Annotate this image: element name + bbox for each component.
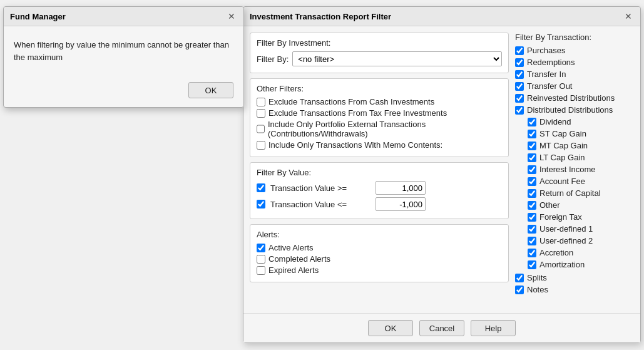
ok-button[interactable]: OK <box>368 320 413 336</box>
main-dialog-title: Investment Transaction Report Filter <box>250 12 391 21</box>
other-filter-row-3: Include Only Transactions With Memo Cont… <box>257 140 502 150</box>
tx-redemptions-row: Redemptions <box>515 58 634 67</box>
notes-label[interactable]: Notes <box>527 285 548 294</box>
mt-cap-gain-checkbox[interactable] <box>528 142 536 150</box>
value-lte-checkbox[interactable] <box>257 200 265 208</box>
transfer-out-checkbox[interactable] <box>515 82 524 91</box>
lt-cap-gain-checkbox[interactable] <box>528 153 536 162</box>
user-defined-1-label[interactable]: User-defined 1 <box>539 224 593 234</box>
active-alerts-label[interactable]: Active Alerts <box>268 243 314 252</box>
expired-alerts-checkbox[interactable] <box>257 266 265 275</box>
accretion-checkbox[interactable] <box>528 249 536 257</box>
exclude-cash-label[interactable]: Exclude Transactions From Cash Investmen… <box>268 97 434 106</box>
tx-dividend-row: Dividend <box>515 117 634 126</box>
transfer-in-checkbox[interactable] <box>515 70 524 79</box>
other-label[interactable]: Other <box>539 200 560 210</box>
tx-interest-income-row: Interest Income <box>515 165 634 174</box>
filter-by-select[interactable]: <no filter> <box>292 51 502 66</box>
interest-income-label[interactable]: Interest Income <box>539 165 596 174</box>
user-defined-1-checkbox[interactable] <box>528 225 536 234</box>
include-memo-label[interactable]: Include Only Transactions With Memo Cont… <box>268 140 442 150</box>
completed-alerts-label[interactable]: Completed Alerts <box>268 254 330 264</box>
tx-splits-row: Splits <box>515 273 634 282</box>
exclude-cash-checkbox[interactable] <box>257 98 265 106</box>
user-defined-2-label[interactable]: User-defined 2 <box>539 236 593 245</box>
filter-by-value-label: Filter By Value: <box>257 168 502 177</box>
active-alerts-checkbox[interactable] <box>257 244 265 252</box>
tx-other-row: Other <box>515 200 634 210</box>
tx-foreign-tax-row: Foreign Tax <box>515 212 634 222</box>
mt-cap-gain-label[interactable]: MT Cap Gain <box>539 141 588 150</box>
redemptions-label[interactable]: Redemptions <box>527 58 575 67</box>
tx-st-cap-gain-row: ST Cap Gain <box>515 129 634 138</box>
cancel-button[interactable]: Cancel <box>419 320 464 336</box>
interest-income-checkbox[interactable] <box>528 165 536 174</box>
foreign-tax-label[interactable]: Foreign Tax <box>539 212 582 222</box>
st-cap-gain-checkbox[interactable] <box>528 130 536 138</box>
st-cap-gain-label[interactable]: ST Cap Gain <box>539 129 586 138</box>
foreign-tax-checkbox[interactable] <box>528 213 536 222</box>
lt-cap-gain-label[interactable]: LT Cap Gain <box>539 153 585 162</box>
tx-lt-cap-gain-row: LT Cap Gain <box>515 153 634 162</box>
redemptions-checkbox[interactable] <box>515 58 524 67</box>
purchases-checkbox[interactable] <box>515 46 524 55</box>
return-of-capital-checkbox[interactable] <box>528 189 536 198</box>
completed-alerts-checkbox[interactable] <box>257 255 265 264</box>
return-of-capital-label[interactable]: Return of Capital <box>539 188 601 198</box>
distributed-distributions-checkbox[interactable] <box>515 106 524 115</box>
expired-alerts-label[interactable]: Expired Alerts <box>268 265 319 275</box>
tx-distributed-row: Distributed Distributions <box>515 105 634 115</box>
other-checkbox[interactable] <box>528 201 536 210</box>
tx-reinvested-row: Reinvested Distributions <box>515 93 634 103</box>
filter-by-row: Filter By: <no filter> <box>257 51 502 66</box>
alert-dialog-close-button[interactable]: ✕ <box>226 11 237 22</box>
accretion-label[interactable]: Accretion <box>539 248 573 257</box>
left-panel: Filter By Investment: Filter By: <no fil… <box>243 33 515 313</box>
reinvested-distributions-checkbox[interactable] <box>515 94 524 103</box>
other-filters-label: Other Filters: <box>257 84 502 93</box>
reinvested-distributions-label[interactable]: Reinvested Distributions <box>527 93 615 103</box>
include-memo-checkbox[interactable] <box>257 141 265 150</box>
value-gte-row: Transaction Value >= <box>257 181 502 195</box>
exclude-taxfree-label[interactable]: Exclude Transactions From Tax Free Inves… <box>268 108 447 118</box>
purchases-label[interactable]: Purchases <box>527 46 565 55</box>
transfer-in-label[interactable]: Transfer In <box>527 69 566 79</box>
value-gte-checkbox[interactable] <box>257 183 265 192</box>
dividend-checkbox[interactable] <box>528 118 536 126</box>
value-lte-input[interactable] <box>376 197 426 211</box>
splits-label[interactable]: Splits <box>527 273 547 282</box>
help-button[interactable]: Help <box>471 320 516 336</box>
alert-dialog-message: When filtering by value the minimum cann… <box>14 39 233 63</box>
value-gte-input[interactable] <box>376 181 426 195</box>
transfer-out-label[interactable]: Transfer Out <box>527 81 572 91</box>
other-filter-row-1: Exclude Transactions From Tax Free Inves… <box>257 108 502 118</box>
tx-notes-row: Notes <box>515 285 634 294</box>
other-filter-row-0: Exclude Transactions From Cash Investmen… <box>257 97 502 106</box>
value-lte-label: Transaction Value <= <box>270 200 371 209</box>
tx-return-of-capital-row: Return of Capital <box>515 188 634 198</box>
active-alerts-row: Active Alerts <box>257 243 502 252</box>
dividend-label[interactable]: Dividend <box>539 117 571 126</box>
alert-dialog-titlebar: Fund Manager ✕ <box>4 7 243 26</box>
account-fee-checkbox[interactable] <box>528 177 536 186</box>
alerts-label: Alerts: <box>257 230 502 239</box>
include-external-checkbox[interactable] <box>257 125 265 133</box>
distributed-distributions-label[interactable]: Distributed Distributions <box>527 105 613 115</box>
filter-by-row-label: Filter By: <box>257 54 289 64</box>
tx-transfer-in-row: Transfer In <box>515 69 634 79</box>
main-dialog-close-button[interactable]: ✕ <box>623 11 634 22</box>
alert-ok-button[interactable]: OK <box>188 82 233 98</box>
notes-checkbox[interactable] <box>515 286 524 294</box>
include-external-label[interactable]: Include Only Portfolio External Transact… <box>268 120 502 138</box>
alert-dialog-footer: OK <box>4 82 243 107</box>
completed-alerts-row: Completed Alerts <box>257 254 502 264</box>
alerts-section: Alerts: Active Alerts Completed Alerts E… <box>250 224 509 282</box>
user-defined-2-checkbox[interactable] <box>528 237 536 245</box>
alert-dialog: Fund Manager ✕ When filtering by value t… <box>3 6 244 108</box>
amortization-label[interactable]: Amortization <box>539 260 585 269</box>
account-fee-label[interactable]: Account Fee <box>539 177 585 186</box>
splits-checkbox[interactable] <box>515 274 524 282</box>
exclude-taxfree-checkbox[interactable] <box>257 109 265 118</box>
expired-alerts-row: Expired Alerts <box>257 265 502 275</box>
amortization-checkbox[interactable] <box>528 260 536 269</box>
